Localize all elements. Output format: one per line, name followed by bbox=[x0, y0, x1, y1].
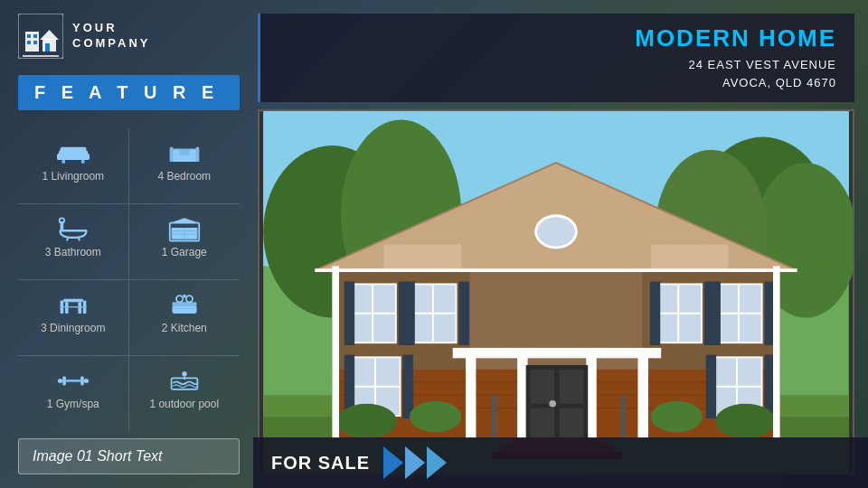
image-caption: Image 01 Short Text bbox=[18, 438, 240, 474]
feature-bedroom: 4 Bedroom bbox=[129, 128, 241, 204]
svg-rect-128 bbox=[706, 355, 716, 418]
livingroom-count: 1 Livingroom bbox=[42, 170, 104, 183]
image-caption-text: Image 01 Short Text bbox=[33, 448, 163, 464]
arrow-1 bbox=[383, 446, 403, 479]
svg-rect-15 bbox=[81, 160, 85, 164]
svg-rect-39 bbox=[172, 305, 196, 314]
features-grid: 1 Livingroom 4 Bedroom bbox=[18, 128, 240, 431]
pool-icon bbox=[168, 367, 201, 394]
svg-rect-127 bbox=[402, 355, 412, 418]
svg-rect-12 bbox=[84, 154, 89, 160]
svg-rect-22 bbox=[59, 230, 87, 232]
property-header: MODERN HOME 24 EAST VEST AVENUE AVOCA, Q… bbox=[258, 14, 854, 102]
svg-rect-47 bbox=[80, 377, 84, 386]
main-container: YOUR COMPANY F E A T U R E 1 Livingroom bbox=[0, 0, 868, 488]
svg-rect-36 bbox=[65, 302, 69, 314]
svg-rect-40 bbox=[172, 302, 196, 306]
svg-rect-20 bbox=[170, 147, 174, 162]
svg-rect-100 bbox=[650, 282, 660, 345]
feature-diningroom: 3 Diningroom bbox=[18, 280, 129, 356]
feature-garage: 1 Garage bbox=[129, 204, 241, 280]
property-address: 24 EAST VEST AVENUE AVOCA, QLD 4670 bbox=[278, 56, 836, 91]
feature-kitchen: 2 Kitchen bbox=[129, 280, 241, 356]
bed-icon bbox=[168, 139, 201, 166]
feature-gym: 1 Gym/spa bbox=[18, 356, 129, 431]
svg-point-132 bbox=[336, 404, 397, 438]
svg-rect-107 bbox=[637, 352, 647, 438]
svg-rect-102 bbox=[710, 282, 720, 345]
svg-rect-112 bbox=[530, 408, 554, 438]
svg-rect-8 bbox=[45, 43, 50, 52]
feature-banner: F E A T U R E bbox=[18, 75, 240, 110]
kitchen-count: 2 Kitchen bbox=[162, 322, 207, 334]
for-sale-text: FOR SALE bbox=[271, 453, 370, 474]
svg-rect-98 bbox=[404, 282, 414, 345]
right-panel: MODERN HOME 24 EAST VEST AVENUE AVOCA, Q… bbox=[253, 0, 868, 488]
dining-icon bbox=[57, 291, 90, 318]
svg-rect-131 bbox=[620, 395, 626, 438]
svg-rect-48 bbox=[66, 380, 80, 382]
arrow-3 bbox=[427, 446, 447, 479]
svg-rect-110 bbox=[530, 370, 554, 404]
svg-rect-71 bbox=[384, 245, 462, 271]
bath-icon bbox=[57, 215, 90, 242]
svg-rect-14 bbox=[61, 160, 65, 164]
sofa-icon bbox=[57, 139, 90, 166]
pool-count: 1 outdoor pool bbox=[149, 398, 219, 410]
svg-rect-111 bbox=[560, 370, 584, 404]
svg-rect-45 bbox=[83, 379, 88, 383]
left-panel: YOUR COMPANY F E A T U R E 1 Livingroom bbox=[0, 0, 253, 488]
svg-rect-4 bbox=[27, 41, 31, 44]
feature-pool: 1 outdoor pool bbox=[129, 356, 241, 431]
for-sale-bar: FOR SALE bbox=[253, 437, 868, 488]
bathroom-count: 3 Bathroom bbox=[45, 246, 101, 258]
house-image-svg bbox=[259, 111, 853, 473]
svg-rect-33 bbox=[63, 299, 83, 303]
svg-rect-13 bbox=[60, 147, 86, 152]
svg-rect-46 bbox=[62, 377, 66, 386]
svg-point-24 bbox=[59, 218, 63, 222]
svg-rect-99 bbox=[458, 282, 468, 345]
svg-rect-11 bbox=[57, 154, 61, 160]
diningroom-count: 3 Diningroom bbox=[41, 322, 105, 334]
svg-rect-137 bbox=[773, 266, 780, 437]
feature-label: F E A T U R E bbox=[34, 82, 219, 102]
svg-rect-136 bbox=[332, 266, 339, 437]
svg-rect-104 bbox=[466, 352, 476, 438]
logo-area: YOUR COMPANY bbox=[18, 14, 240, 59]
feature-bathroom: 3 Bathroom bbox=[18, 204, 129, 280]
house-image-container bbox=[258, 109, 854, 474]
arrow-2 bbox=[405, 446, 425, 479]
svg-rect-44 bbox=[58, 379, 62, 383]
svg-point-133 bbox=[410, 401, 461, 432]
svg-rect-37 bbox=[78, 302, 81, 314]
feature-livingroom: 1 Livingroom bbox=[18, 128, 129, 204]
svg-rect-130 bbox=[492, 395, 497, 438]
svg-point-42 bbox=[186, 296, 193, 302]
gym-count: 1 Gym/spa bbox=[47, 398, 99, 410]
svg-rect-113 bbox=[560, 408, 584, 438]
garage-count: 1 Garage bbox=[162, 246, 207, 258]
svg-rect-21 bbox=[195, 147, 199, 162]
svg-point-135 bbox=[715, 404, 776, 438]
svg-rect-5 bbox=[33, 41, 37, 44]
svg-rect-2 bbox=[27, 34, 31, 38]
company-logo-icon bbox=[18, 14, 63, 59]
svg-point-114 bbox=[549, 400, 556, 408]
property-title: MODERN HOME bbox=[278, 24, 836, 52]
svg-point-134 bbox=[651, 401, 703, 432]
svg-point-50 bbox=[182, 371, 186, 376]
svg-rect-3 bbox=[33, 34, 37, 38]
kitchen-icon bbox=[168, 291, 201, 318]
svg-marker-32 bbox=[170, 218, 199, 222]
svg-rect-96 bbox=[344, 282, 354, 345]
svg-rect-73 bbox=[651, 245, 729, 271]
for-sale-arrows bbox=[383, 446, 448, 479]
svg-point-41 bbox=[176, 296, 183, 302]
svg-rect-0 bbox=[18, 14, 63, 59]
bedroom-count: 4 Bedroom bbox=[157, 170, 211, 183]
company-name: YOUR COMPANY bbox=[72, 21, 150, 52]
gym-icon bbox=[57, 367, 90, 394]
garage-icon bbox=[168, 215, 201, 242]
svg-marker-7 bbox=[40, 30, 59, 40]
